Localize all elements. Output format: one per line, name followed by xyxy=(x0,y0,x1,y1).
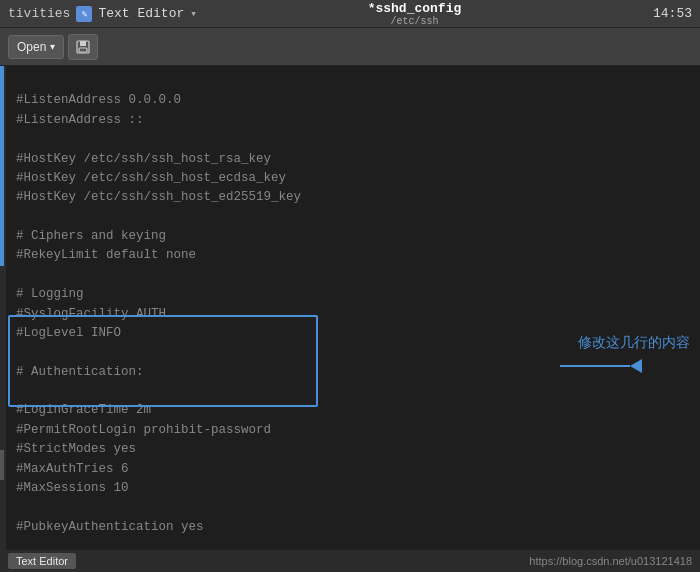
save-icon xyxy=(75,39,91,55)
url-display: https://blog.csdn.net/u013121418 xyxy=(529,555,692,567)
file-name: *sshd_config xyxy=(368,1,462,16)
bottom-bar: Text Editor https://blog.csdn.net/u01312… xyxy=(0,550,700,572)
annotation: 修改这几行的内容 xyxy=(578,334,690,352)
app-window: tivities ✎ Text Editor ▾ *sshd_config /e… xyxy=(0,0,700,572)
activities-label: tivities xyxy=(8,6,70,21)
annotation-text: 修改这几行的内容 xyxy=(578,334,690,352)
arrow-line xyxy=(560,365,630,367)
svg-rect-1 xyxy=(80,41,86,46)
title-bar-center: *sshd_config /etc/ssh xyxy=(197,1,632,27)
save-button[interactable] xyxy=(68,34,98,60)
arrow-head xyxy=(630,359,642,373)
open-button[interactable]: Open ▾ xyxy=(8,35,64,59)
text-editor-badge: Text Editor xyxy=(8,553,76,569)
title-dropdown-arrow[interactable]: ▾ xyxy=(190,7,197,20)
svg-rect-2 xyxy=(79,48,87,52)
open-dropdown-arrow: ▾ xyxy=(50,41,55,52)
editor-content: #ListenAddress 0.0.0.0 #ListenAddress ::… xyxy=(16,72,690,550)
app-title: Text Editor xyxy=(98,6,184,21)
title-bar: tivities ✎ Text Editor ▾ *sshd_config /e… xyxy=(0,0,700,28)
left-accent-bar2 xyxy=(0,450,4,480)
editor-area[interactable]: #ListenAddress 0.0.0.0 #ListenAddress ::… xyxy=(6,66,700,550)
annotation-arrow-container xyxy=(560,359,642,373)
clock: 14:53 xyxy=(632,6,692,21)
app-icon: ✎ xyxy=(76,6,92,22)
title-bar-left: tivities ✎ Text Editor ▾ xyxy=(8,6,197,22)
file-path: /etc/ssh xyxy=(390,16,438,27)
left-accent-bar xyxy=(0,66,4,266)
open-label: Open xyxy=(17,40,46,54)
toolbar: Open ▾ xyxy=(0,28,700,66)
